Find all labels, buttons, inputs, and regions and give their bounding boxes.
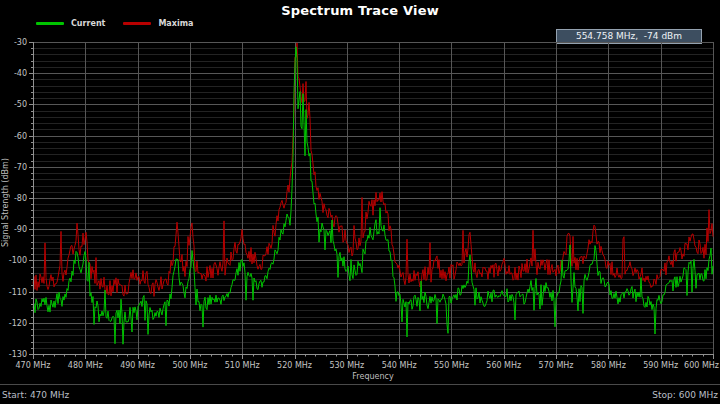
traces	[33, 43, 713, 344]
trace-current	[33, 47, 713, 344]
x-axis-title: Frequency	[33, 372, 713, 381]
x-tick-label: 470 MHz	[16, 361, 51, 370]
spectrum-trace-window: Spectrum Trace View Current Maxima 554.7…	[0, 0, 720, 404]
x-tick-label: 580 MHz	[591, 361, 626, 370]
y-tick-label: -130	[9, 350, 27, 359]
y-tick-label: -120	[9, 319, 27, 328]
axes	[29, 42, 714, 359]
y-tick-label: -60	[14, 132, 27, 141]
x-tick-label: 590 MHz	[643, 361, 678, 370]
start-frequency-label: Start: 470 MHz	[2, 390, 69, 400]
x-tick-label: 510 MHz	[225, 361, 260, 370]
trace-maxima	[33, 43, 713, 297]
y-axis-title: Signal Strength (dBm)	[1, 118, 13, 288]
y-tick-label: -40	[14, 69, 27, 78]
x-tick-label: 540 MHz	[382, 361, 417, 370]
y-tick-label: -70	[14, 163, 27, 172]
spectrum-plot[interactable]: -30-40-50-60-70-80-90-100-110-120-130470…	[0, 0, 720, 404]
x-tick-label: 480 MHz	[68, 361, 103, 370]
x-tick-label: 520 MHz	[277, 361, 312, 370]
x-tick-label: 560 MHz	[486, 361, 521, 370]
x-tick-label: 500 MHz	[172, 361, 207, 370]
x-tick-label: 550 MHz	[434, 361, 469, 370]
y-tick-label: -90	[14, 225, 27, 234]
x-tick-label: 490 MHz	[120, 361, 155, 370]
y-tick-label: -110	[9, 288, 27, 297]
y-tick-label: -30	[14, 38, 27, 47]
stop-frequency-label: Stop: 600 MHz	[652, 390, 718, 400]
status-bar: Start: 470 MHz Stop: 600 MHz	[0, 384, 720, 404]
x-tick-label: 600 MHz	[684, 361, 719, 370]
y-tick-label: -80	[14, 194, 27, 203]
x-tick-label: 530 MHz	[329, 361, 364, 370]
x-tick-label: 570 MHz	[539, 361, 574, 370]
y-tick-label: -50	[14, 100, 27, 109]
